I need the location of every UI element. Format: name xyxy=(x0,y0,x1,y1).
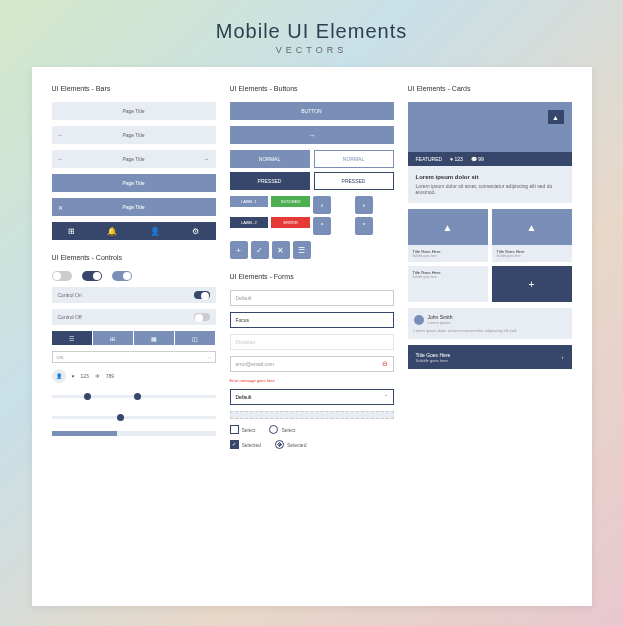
section-title-bars: UI Elements - Bars xyxy=(52,85,216,92)
seg-grid-icon[interactable]: ⊞ xyxy=(93,331,134,345)
nav-bar-medium[interactable]: Page Title xyxy=(52,174,216,192)
toggle-on-dark[interactable] xyxy=(82,271,102,281)
toggle-off[interactable] xyxy=(52,271,72,281)
select-default[interactable]: Default˅ xyxy=(230,389,394,405)
chip-error[interactable]: ERROR xyxy=(271,217,310,228)
ui-kit-sheet: UI Elements - Bars Page Title Page Title… xyxy=(32,67,592,606)
page-title: Mobile UI Elements xyxy=(216,20,407,43)
control-row-on[interactable]: Control On xyxy=(52,287,216,303)
user-icon[interactable]: 👤 xyxy=(150,227,160,236)
radio-checked[interactable]: Selected xyxy=(275,440,306,449)
chip-label2[interactable]: LABEL 2 xyxy=(230,217,269,228)
image-icon: ▲ xyxy=(408,209,488,245)
input-disabled: Disabled xyxy=(230,334,394,350)
add-card[interactable]: + xyxy=(492,266,572,302)
seg-tile-icon[interactable]: ◫ xyxy=(175,331,216,345)
section-title-cards: UI Elements - Cards xyxy=(408,85,572,92)
card-stats-bar: FEATURED ♥ 123 💬 99 xyxy=(408,152,572,166)
chevron-right-icon[interactable]: › xyxy=(562,354,564,360)
review-card: John SmithLorem ipsum Lorem ipsum dolor … xyxy=(408,308,572,339)
chevron-down-icon[interactable]: ˅ xyxy=(355,217,373,235)
close-icon[interactable]: ✕ xyxy=(272,241,290,259)
heart-icon[interactable]: ♥ xyxy=(72,373,75,379)
featured-card[interactable]: ▲ FEATURED ♥ 123 💬 99 Lorem ipsum dolor … xyxy=(408,102,572,203)
url-input[interactable]: URL→ xyxy=(52,351,216,363)
tab-bar: ⊞ 🔔 👤 ⚙ xyxy=(52,222,216,240)
error-message: Error message goes here xyxy=(230,378,394,383)
card-hero-image: ▲ xyxy=(408,102,572,152)
gear-icon[interactable]: ⚙ xyxy=(192,227,199,236)
pressed-button-fill[interactable]: PRESSED xyxy=(230,172,310,190)
avatar-icon[interactable]: 👤 xyxy=(52,369,66,383)
small-card[interactable]: ▲ Title Goes HereSubtitle goes here xyxy=(408,209,488,262)
section-title-controls: UI Elements - Controls xyxy=(52,254,216,261)
go-icon[interactable]: → xyxy=(207,355,211,360)
input-error[interactable]: error@email.com xyxy=(230,356,394,372)
avatar-icon xyxy=(414,315,424,325)
progress-bar xyxy=(52,431,216,436)
chevron-down-icon: ˅ xyxy=(385,394,388,400)
single-slider[interactable] xyxy=(52,416,216,419)
checkbox-unchecked[interactable]: Select xyxy=(230,425,256,434)
segmented-control: ☰ ⊞ ▦ ◫ xyxy=(52,331,216,345)
chevron-left-icon[interactable]: ‹ xyxy=(313,196,331,214)
chip-succeed[interactable]: SUCCEED xyxy=(271,196,310,207)
toggle-icon[interactable] xyxy=(194,291,210,299)
normal-button-outline[interactable]: NORMAL xyxy=(314,150,394,168)
seg-card-icon[interactable]: ▦ xyxy=(134,331,175,345)
section-title-forms: UI Elements - Forms xyxy=(230,273,394,280)
section-title-buttons: UI Elements - Buttons xyxy=(230,85,394,92)
image-icon: ▲ xyxy=(548,110,564,124)
card-body-text: Lorem ipsum dolor sit amet, consectetur … xyxy=(416,183,564,195)
input-focus[interactable]: Focus xyxy=(230,312,394,328)
nav-bar-close[interactable]: Page Title xyxy=(52,198,216,216)
grid-icon[interactable]: ⊞ xyxy=(68,227,75,236)
profile-stats-row: 👤 ♥123 👁789 xyxy=(52,369,216,383)
image-icon: ▲ xyxy=(492,209,572,245)
range-slider[interactable] xyxy=(52,395,216,398)
primary-button[interactable]: BUTTON xyxy=(230,102,394,120)
checkbox-checked[interactable]: Selected xyxy=(230,440,261,449)
control-row-off[interactable]: Control Off xyxy=(52,309,216,325)
heart-icon[interactable]: ♥ 123 xyxy=(450,156,463,162)
page-subtitle: VECTORS xyxy=(216,45,407,55)
chip-label1[interactable]: LABEL 1 xyxy=(230,196,269,207)
eye-icon[interactable]: 👁 xyxy=(95,373,100,379)
select-placeholder[interactable] xyxy=(230,411,394,419)
arrow-button[interactable]: → xyxy=(230,126,394,144)
nav-bar-back-fwd[interactable]: Page Title xyxy=(52,150,216,168)
comment-icon[interactable]: 💬 99 xyxy=(471,156,484,162)
card-title: Lorem ipsum dolor sit xyxy=(416,174,564,180)
pressed-button-outline[interactable]: PRESSED xyxy=(314,172,394,190)
toggle-icon[interactable] xyxy=(194,313,210,321)
normal-button-fill[interactable]: NORMAL xyxy=(230,150,310,168)
bell-icon[interactable]: 🔔 xyxy=(107,227,117,236)
small-card[interactable]: ▲ Title Goes HereSubtitle goes here xyxy=(492,209,572,262)
nav-bar-back[interactable]: Page Title xyxy=(52,126,216,144)
check-icon[interactable]: ✓ xyxy=(251,241,269,259)
toggle-on-light[interactable] xyxy=(112,271,132,281)
chevron-up-icon[interactable]: ˄ xyxy=(313,217,331,235)
seg-list-icon[interactable]: ☰ xyxy=(52,331,93,345)
menu-icon[interactable]: ☰ xyxy=(293,241,311,259)
input-default[interactable]: Default xyxy=(230,290,394,306)
small-card[interactable]: Title Goes HereSubtitle goes here xyxy=(408,266,488,302)
plus-icon[interactable]: + xyxy=(492,266,572,302)
card-footer[interactable]: Title Goes HereSubtitle goes here › xyxy=(408,345,572,369)
nav-bar-light[interactable]: Page Title xyxy=(52,102,216,120)
chevron-right-icon[interactable]: › xyxy=(355,196,373,214)
plus-icon[interactable]: + xyxy=(230,241,248,259)
radio-unchecked[interactable]: Select xyxy=(269,425,295,434)
